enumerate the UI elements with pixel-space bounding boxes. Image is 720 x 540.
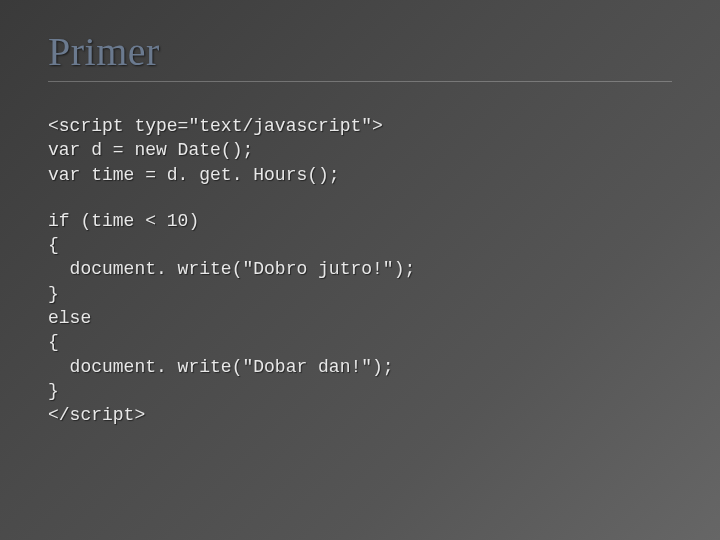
code-block-1: <script type="text/javascript"> var d = … [48,114,672,187]
code-line: { [48,332,59,352]
code-line: else [48,308,91,328]
slide-title: Primer [48,28,672,75]
code-line: } [48,284,59,304]
code-line: </script> [48,405,145,425]
code-line: if (time < 10) [48,211,199,231]
code-line: document. write("Dobro jutro!"); [48,259,415,279]
code-block-2: if (time < 10) { document. write("Dobro … [48,209,672,428]
slide: Primer <script type="text/javascript"> v… [0,0,720,540]
code-line: var d = new Date(); [48,140,253,160]
title-divider [48,81,672,82]
code-line: document. write("Dobar dan!"); [48,357,394,377]
code-line: } [48,381,59,401]
code-line: { [48,235,59,255]
code-line: <script type="text/javascript"> [48,116,383,136]
code-line: var time = d. get. Hours(); [48,165,340,185]
